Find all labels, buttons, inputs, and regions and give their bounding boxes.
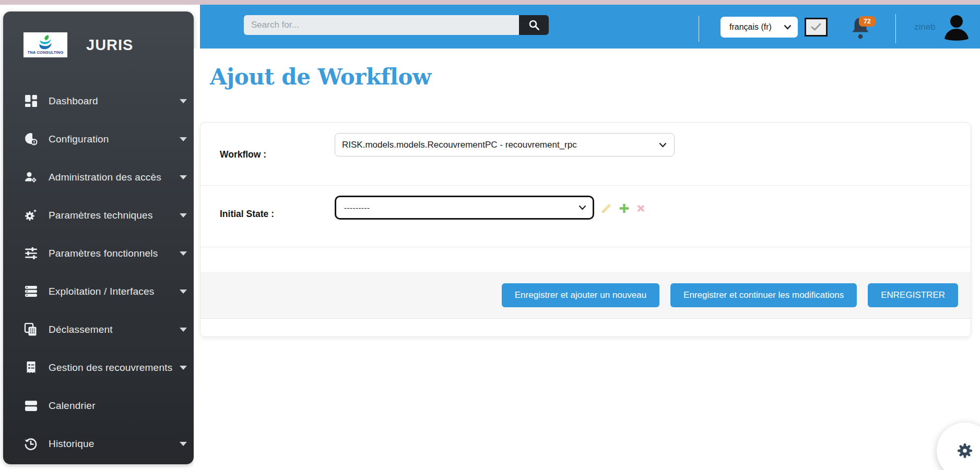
topbar-divider	[895, 14, 896, 43]
chevron-down-icon	[180, 366, 187, 370]
logo-swoosh-icon	[35, 35, 56, 50]
language-select[interactable]: français (fr)	[721, 17, 798, 38]
chevron-down-icon	[180, 328, 187, 332]
page-title: Ajout de Workflow	[210, 64, 431, 90]
workflow-form-card: Workflow : RISK.models.models.Recouvreme…	[200, 122, 971, 337]
topbar-divider	[699, 16, 699, 42]
sidebar-item-exploitation-interfaces[interactable]: Exploitation / Interfaces	[3, 272, 194, 310]
sidebar-item-historique[interactable]: Historique	[3, 425, 194, 463]
server-stack-icon	[23, 285, 38, 298]
chevron-down-icon	[578, 205, 586, 210]
sidebar: TNA CONSULTING JURIS Dashboard	[3, 11, 194, 464]
topbar: français (fr) 72 zineb	[200, 5, 980, 49]
chevron-down-icon	[180, 99, 187, 103]
chevron-down-icon	[659, 142, 667, 148]
gear-sparkle-icon	[23, 209, 38, 222]
sidebar-menu: Dashboard Configuration	[3, 82, 194, 463]
save-button[interactable]: ENREGISTRER	[868, 283, 958, 307]
sidebar-item-configuration[interactable]: Configuration	[3, 120, 194, 158]
related-field-actions	[600, 202, 646, 214]
copy-calculator-icon	[23, 323, 38, 336]
chevron-down-icon	[784, 25, 792, 30]
chevron-down-icon	[180, 442, 187, 446]
chevron-down-icon	[180, 251, 187, 256]
user-avatar[interactable]	[942, 14, 971, 43]
chevron-down-icon	[180, 213, 187, 218]
app-title: JURIS	[86, 37, 133, 54]
sliders-icon	[23, 247, 38, 260]
workflow-label: Workflow :	[220, 149, 266, 160]
receipt-icon	[23, 361, 38, 375]
workflow-select[interactable]: RISK.models.models.RecouvrementPC - reco…	[335, 133, 675, 156]
delete-x-icon[interactable]	[635, 203, 646, 214]
save-and-continue-button[interactable]: Enregistrer et continuer les modificatio…	[670, 283, 857, 307]
sidebar-item-declassement[interactable]: Déclassement	[3, 310, 194, 348]
gear-icon	[955, 441, 974, 460]
initial-state-label: Initial State :	[220, 209, 274, 220]
edit-pencil-icon[interactable]	[600, 202, 613, 214]
sidebar-item-administration-acces[interactable]: Administration des accès	[3, 158, 194, 196]
main-content: Ajout de Workflow Workflow : RISK.models…	[194, 49, 980, 470]
form-spacer	[200, 247, 971, 272]
search-button[interactable]	[519, 15, 549, 35]
user-gear-icon	[23, 171, 38, 184]
chevron-down-icon	[180, 290, 187, 294]
initial-state-select[interactable]: ---------	[335, 196, 594, 220]
logo-text: TNA CONSULTING	[27, 50, 63, 55]
calendar-bars-icon	[23, 399, 38, 413]
apply-language-button[interactable]	[805, 18, 828, 37]
form-actions-bar: Enregistrer et ajouter un nouveau Enregi…	[200, 272, 971, 319]
search-input[interactable]	[244, 15, 519, 35]
workflow-field-row: Workflow : RISK.models.models.Recouvreme…	[200, 123, 971, 186]
history-clock-icon	[23, 437, 38, 451]
brand-row: TNA CONSULTING JURIS	[3, 11, 194, 57]
sidebar-item-parametres-techniques[interactable]: Paramètres techniques	[3, 196, 194, 234]
username-label: zineb	[914, 22, 936, 32]
sidebar-item-parametres-fonctionnels[interactable]: Paramètres fonctionnels	[3, 234, 194, 272]
config-donut-icon	[23, 132, 38, 146]
search-bar	[244, 15, 549, 35]
company-logo[interactable]: TNA CONSULTING	[23, 32, 67, 57]
checkmark-icon	[811, 23, 821, 31]
sidebar-item-gestion-recouvrements[interactable]: Gestion des recouvrements	[3, 348, 194, 387]
magnifier-icon	[528, 19, 540, 31]
chevron-down-icon	[180, 137, 187, 141]
sidebar-item-calendrier[interactable]: Calendrier	[3, 387, 194, 425]
person-icon	[942, 14, 971, 43]
add-plus-icon[interactable]	[618, 202, 630, 214]
save-and-add-button[interactable]: Enregistrer et ajouter un nouveau	[502, 283, 659, 307]
notification-badge: 72	[859, 16, 876, 27]
top-edge-strip	[0, 0, 980, 5]
chevron-down-icon	[180, 175, 187, 179]
initial-state-field-row: Initial State : ---------	[200, 186, 971, 247]
notifications-button[interactable]: 72	[850, 15, 881, 43]
sidebar-item-dashboard[interactable]: Dashboard	[3, 82, 194, 120]
dashboard-grid-icon	[23, 94, 38, 108]
